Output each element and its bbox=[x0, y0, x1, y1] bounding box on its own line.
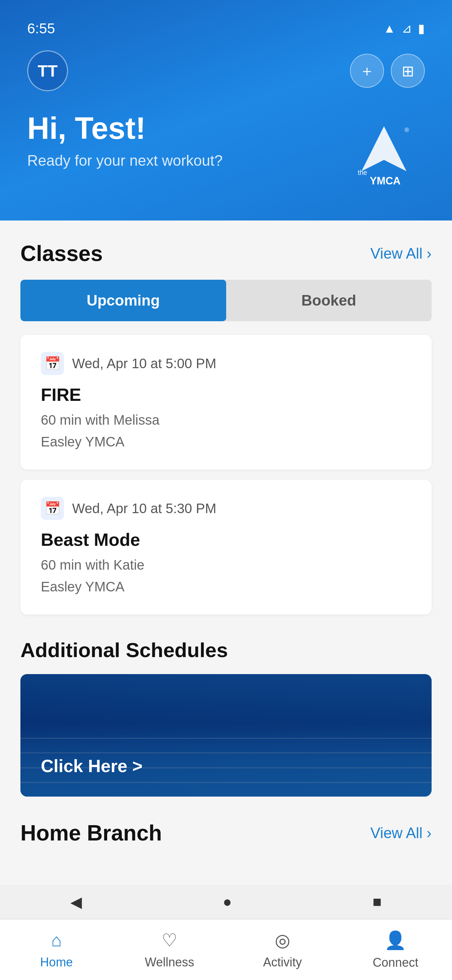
class-datetime-1: 📅 Wed, Apr 10 at 5:30 PM bbox=[41, 497, 411, 520]
home-branch: Home Branch View All › bbox=[21, 821, 431, 846]
home-system-button[interactable]: ● bbox=[213, 890, 242, 914]
activity-nav-icon: ◎ bbox=[275, 930, 290, 950]
status-bar: 6:55 ▲ ⊿ ▮ bbox=[27, 21, 425, 37]
calendar-icon-1: 📅 bbox=[41, 497, 64, 520]
home-branch-view-all[interactable]: View All › bbox=[370, 824, 431, 842]
calendar-icon-0: 📅 bbox=[41, 352, 64, 375]
svg-text:YMCA: YMCA bbox=[370, 175, 401, 187]
home-nav-icon: ⌂ bbox=[51, 930, 62, 950]
home-branch-title: Home Branch bbox=[21, 821, 162, 846]
nav-activity-label: Activity bbox=[263, 955, 302, 969]
classes-tabs: Upcoming Booked bbox=[21, 280, 431, 321]
avatar[interactable]: TT bbox=[27, 50, 68, 91]
nav-home-label: Home bbox=[40, 955, 73, 969]
signal-icon: ▲ bbox=[383, 21, 395, 36]
class-datetime-0: 📅 Wed, Apr 10 at 5:00 PM bbox=[41, 352, 411, 375]
greeting-hi: Hi, Test! bbox=[27, 111, 223, 145]
view-all-label: View All bbox=[370, 245, 422, 262]
greeting-sub: Ready for your next workout? bbox=[27, 152, 223, 169]
tab-booked[interactable]: Booked bbox=[226, 280, 432, 321]
add-button[interactable]: ＋ bbox=[350, 54, 384, 88]
status-icons: ▲ ⊿ ▮ bbox=[383, 21, 425, 36]
system-nav: ◀ ● ■ bbox=[0, 885, 452, 919]
recent-button[interactable]: ■ bbox=[362, 890, 392, 914]
tab-upcoming[interactable]: Upcoming bbox=[21, 280, 226, 321]
chevron-right-icon: › bbox=[427, 245, 431, 262]
class-details-0: 60 min with Melissa Easley YMCA bbox=[41, 409, 411, 453]
class-datetime-text-1: Wed, Apr 10 at 5:30 PM bbox=[72, 501, 216, 516]
nav-wellness[interactable]: ♡ Wellness bbox=[113, 920, 226, 980]
class-card-1[interactable]: 📅 Wed, Apr 10 at 5:30 PM Beast Mode 60 m… bbox=[21, 480, 431, 614]
wellness-nav-icon: ♡ bbox=[162, 930, 178, 950]
additional-schedules: Additional Schedules Click Here > bbox=[21, 638, 431, 797]
wifi-icon: ⊿ bbox=[402, 21, 412, 36]
bottom-nav: ⌂ Home ♡ Wellness ◎ Activity 👤 Connect bbox=[0, 919, 452, 980]
home-branch-header: Home Branch View All › bbox=[21, 821, 431, 846]
nav-connect-label: Connect bbox=[373, 956, 418, 970]
nav-wellness-label: Wellness bbox=[145, 955, 194, 969]
add-icon: ＋ bbox=[360, 61, 374, 81]
class-details-1: 60 min with Katie Easley YMCA bbox=[41, 554, 411, 598]
nav-connect[interactable]: 👤 Connect bbox=[339, 920, 452, 980]
classes-section-header: Classes View All › bbox=[21, 241, 431, 266]
class-name-1: Beast Mode bbox=[41, 530, 411, 550]
home-branch-chevron-icon: › bbox=[427, 824, 431, 842]
home-branch-view-all-label: View All bbox=[370, 824, 422, 842]
schedule-click-text: Click Here > bbox=[41, 756, 143, 776]
header-buttons: ＋ ⊞ bbox=[350, 54, 425, 88]
classes-view-all[interactable]: View All › bbox=[370, 245, 431, 262]
header-content: Hi, Test! Ready for your next workout? Y… bbox=[27, 111, 425, 193]
back-button[interactable]: ◀ bbox=[60, 890, 92, 914]
additional-schedules-title: Additional Schedules bbox=[21, 638, 431, 662]
nav-activity[interactable]: ◎ Activity bbox=[226, 920, 339, 980]
connect-nav-icon: 👤 bbox=[384, 930, 406, 951]
svg-marker-0 bbox=[362, 126, 406, 171]
svg-text:the: the bbox=[358, 169, 367, 176]
banner-overlay bbox=[21, 674, 431, 797]
scan-button[interactable]: ⊞ bbox=[391, 54, 425, 88]
main-content: Classes View All › Upcoming Booked 📅 Wed… bbox=[0, 221, 452, 917]
schedule-banner[interactable]: Click Here > bbox=[21, 674, 431, 797]
status-time: 6:55 bbox=[27, 21, 55, 37]
ymca-logo: YMCA the ® bbox=[343, 111, 425, 193]
greeting-section: Hi, Test! Ready for your next workout? bbox=[27, 111, 223, 169]
header-actions: TT ＋ ⊞ bbox=[27, 50, 425, 91]
header: 6:55 ▲ ⊿ ▮ TT ＋ ⊞ Hi, Test! Ready for yo… bbox=[0, 0, 452, 221]
svg-text:®: ® bbox=[405, 127, 409, 134]
class-name-0: FIRE bbox=[41, 385, 411, 405]
classes-title: Classes bbox=[21, 241, 103, 266]
class-card-0[interactable]: 📅 Wed, Apr 10 at 5:00 PM FIRE 60 min wit… bbox=[21, 335, 431, 469]
class-datetime-text-0: Wed, Apr 10 at 5:00 PM bbox=[72, 356, 216, 371]
nav-home[interactable]: ⌂ Home bbox=[0, 920, 113, 980]
scan-icon: ⊞ bbox=[402, 62, 414, 80]
battery-icon: ▮ bbox=[418, 21, 425, 36]
